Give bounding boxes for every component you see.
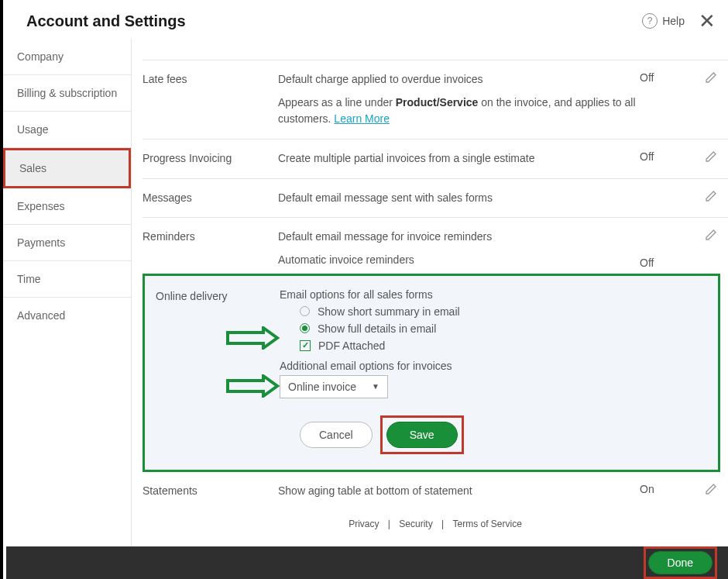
edit-messages[interactable] [694, 190, 717, 207]
section-messages: Messages Default email message sent with… [143, 179, 728, 219]
radio-icon [300, 306, 310, 316]
reminders-desc1: Default email message for invoice remind… [278, 229, 492, 246]
section-online-delivery: Online delivery Email options for all sa… [143, 274, 720, 472]
arrow-annotation-icon [226, 326, 280, 350]
statements-desc: Show aging table at bottom of statement [278, 483, 640, 500]
footer-bar: Done [6, 546, 728, 579]
annotation-save-highlight: Save [380, 415, 464, 454]
chevron-down-icon: ▼ [372, 382, 379, 391]
section-label: Progress Invoicing [143, 150, 278, 167]
cancel-button[interactable]: Cancel [300, 422, 373, 448]
invoice-format-select[interactable]: Online invoice ▼ [280, 375, 388, 398]
annotation-done-highlight: Done [644, 546, 717, 579]
select-value: Online invoice [288, 381, 356, 393]
sidebar-item-sales[interactable]: Sales [3, 148, 131, 188]
done-button[interactable]: Done [648, 551, 713, 574]
pencil-icon [705, 229, 717, 241]
edit-statements[interactable] [694, 483, 717, 500]
late-fees-desc2: Appears as a line under Product/Service … [278, 95, 640, 128]
sidebar-item-payments[interactable]: Payments [3, 225, 131, 261]
help-icon: ? [642, 13, 658, 29]
footer-links: Privacy | Security | Terms of Service [143, 511, 728, 532]
online-heading: Email options for all sales forms [280, 288, 707, 301]
radio-short-summary[interactable]: Show short summary in email [280, 305, 707, 318]
late-fees-desc: Default charge applied to overdue invoic… [278, 71, 640, 88]
close-icon[interactable]: ✕ [699, 11, 716, 31]
save-button[interactable]: Save [386, 422, 458, 448]
reminders-value: Off [640, 257, 694, 269]
radio-icon [300, 323, 310, 333]
edit-late-fees[interactable] [694, 71, 717, 128]
checkbox-label: PDF Attached [318, 339, 385, 352]
section-label: Reminders [143, 229, 278, 268]
section-statements: Statements Show aging table at bottom of… [143, 472, 728, 511]
late-fees-value: Off [640, 71, 694, 128]
pencil-icon [705, 71, 717, 84]
settings-sidebar: Company Billing & subscription Usage Sal… [3, 39, 132, 548]
sidebar-item-usage[interactable]: Usage [3, 112, 131, 148]
sidebar-item-expenses[interactable]: Expenses [3, 188, 131, 225]
progress-desc: Create multiple partial invoices from a … [278, 150, 640, 167]
learn-more-link[interactable]: Learn More [334, 112, 390, 125]
online-heading2: Additional email options for invoices [280, 360, 707, 372]
help-label: Help [662, 15, 685, 27]
messages-desc: Default email message sent with sales fo… [278, 190, 640, 207]
section-label: Late fees [143, 71, 278, 128]
section-label: Online delivery [156, 288, 280, 454]
section-label: Messages [143, 190, 278, 207]
page-title: Account and Settings [26, 12, 642, 30]
pencil-icon [705, 190, 717, 202]
section-reminders: Reminders Default email message for invo… [143, 218, 728, 273]
privacy-link[interactable]: Privacy [349, 519, 379, 529]
section-progress-invoicing: Progress Invoicing Create multiple parti… [143, 140, 728, 179]
radio-full-details[interactable]: Show full details in email [280, 322, 707, 335]
help-button[interactable]: ? Help [642, 13, 685, 29]
pencil-icon [705, 150, 717, 163]
checkbox-icon: ✓ [300, 340, 311, 351]
radio-label: Show short summary in email [318, 305, 460, 318]
progress-value: Off [640, 150, 694, 167]
security-link[interactable]: Security [399, 519, 432, 529]
sidebar-item-time[interactable]: Time [3, 261, 131, 298]
statements-value: On [640, 483, 694, 500]
radio-label: Show full details in email [318, 322, 436, 335]
checkbox-pdf-attached[interactable]: ✓ PDF Attached [280, 339, 707, 352]
edit-reminders[interactable] [694, 229, 717, 268]
arrow-annotation-icon [226, 374, 280, 398]
section-label: Statements [143, 483, 278, 500]
sidebar-item-company[interactable]: Company [3, 39, 131, 75]
reminders-desc2: Automatic invoice reminders [278, 252, 414, 269]
pencil-icon [705, 483, 717, 495]
sidebar-item-billing[interactable]: Billing & subscription [3, 75, 131, 112]
terms-link[interactable]: Terms of Service [452, 519, 521, 529]
edit-progress[interactable] [694, 150, 717, 167]
section-late-fees: Late fees Default charge applied to over… [143, 60, 728, 140]
sidebar-item-advanced[interactable]: Advanced [3, 298, 131, 333]
